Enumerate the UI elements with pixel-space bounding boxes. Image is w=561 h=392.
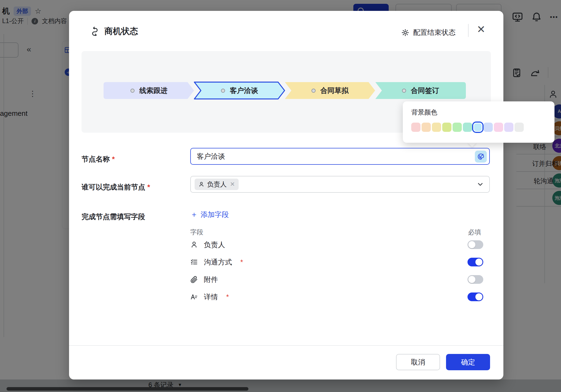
node-name-input[interactable]: 客户洽谈 bbox=[190, 148, 490, 165]
configure-end-status-label: 配置结束状态 bbox=[413, 28, 456, 37]
confirm-button[interactable]: 确定 bbox=[446, 354, 490, 370]
stage-lead-follow-up[interactable]: 线索跟进 bbox=[103, 82, 195, 99]
required-asterisk: * bbox=[112, 155, 115, 163]
divider bbox=[468, 24, 469, 37]
add-field-button[interactable]: ＋ 添加字段 bbox=[190, 209, 229, 220]
color-swatch[interactable] bbox=[473, 123, 482, 132]
node-name-label: 节点名称* bbox=[82, 154, 115, 164]
node-name-value: 客户洽谈 bbox=[197, 152, 225, 161]
color-swatch[interactable] bbox=[463, 123, 472, 132]
add-field-label: 添加字段 bbox=[201, 210, 229, 219]
required-asterisk: * bbox=[240, 258, 243, 266]
plus-icon: ＋ bbox=[190, 209, 198, 220]
owner-tag-label: 负责人 bbox=[207, 180, 227, 189]
required-asterisk: * bbox=[147, 183, 150, 191]
stage-pipeline: 线索跟进 客户洽谈 合同草拟 合同签订 bbox=[103, 82, 467, 99]
color-swatch[interactable] bbox=[504, 123, 513, 132]
chevron-down-icon bbox=[477, 181, 484, 188]
stage-label: 线索跟进 bbox=[139, 86, 168, 95]
field-row-owner: 负责人 bbox=[190, 239, 490, 250]
stage-label: 客户洽谈 bbox=[230, 86, 258, 95]
color-swatch[interactable] bbox=[411, 123, 420, 132]
color-swatch[interactable] bbox=[453, 123, 462, 132]
palette-icon bbox=[477, 153, 485, 160]
close-icon[interactable]: ✕ bbox=[474, 22, 488, 36]
field-row-attachment: 附件 bbox=[190, 274, 490, 285]
color-swatch[interactable] bbox=[422, 123, 431, 132]
required-asterisk: * bbox=[226, 293, 229, 301]
required-toggle[interactable] bbox=[467, 293, 483, 301]
required-toggle[interactable] bbox=[467, 258, 483, 266]
dialog-title-row: 商机状态 bbox=[90, 26, 138, 37]
color-swatch[interactable] bbox=[442, 123, 451, 132]
fields-section-label: 完成节点需填写字段 bbox=[82, 212, 145, 222]
color-swatch[interactable] bbox=[494, 123, 503, 132]
field-row-communication: 沟通方式 * bbox=[190, 257, 490, 267]
popover-title: 背景颜色 bbox=[411, 108, 437, 117]
stage-dot-icon bbox=[130, 89, 135, 93]
column-header-field: 字段 bbox=[190, 228, 203, 237]
configure-end-status-button[interactable]: 配置结束状态 bbox=[401, 28, 456, 37]
stage-dot-icon bbox=[402, 89, 406, 93]
required-toggle[interactable] bbox=[467, 275, 483, 284]
color-palette-button[interactable] bbox=[475, 151, 487, 163]
column-header-required: 必填 bbox=[468, 228, 481, 237]
background-color-popover: 背景颜色 bbox=[403, 101, 554, 143]
stage-label: 合同签订 bbox=[411, 86, 439, 95]
stage-contract-signing[interactable]: 合同签订 bbox=[374, 82, 467, 99]
dialog-title: 商机状态 bbox=[104, 26, 138, 37]
color-swatch[interactable] bbox=[432, 123, 441, 132]
stage-dot-icon bbox=[311, 89, 316, 93]
stage-contract-drafting[interactable]: 合同草拟 bbox=[284, 82, 376, 99]
field-label: 附件 bbox=[204, 275, 218, 284]
checklist-icon bbox=[190, 258, 198, 266]
person-icon bbox=[198, 181, 204, 187]
color-swatch-row bbox=[411, 123, 524, 132]
who-can-complete-select[interactable]: 负责人 ✕ bbox=[190, 176, 490, 193]
owner-tag[interactable]: 负责人 ✕ bbox=[195, 179, 239, 190]
remove-tag-icon[interactable]: ✕ bbox=[230, 181, 235, 188]
workflow-icon bbox=[90, 27, 99, 36]
stage-customer-negotiation[interactable]: 客户洽谈 bbox=[193, 82, 286, 99]
cancel-button[interactable]: 取消 bbox=[396, 354, 440, 370]
field-label: 详情 bbox=[204, 292, 218, 302]
person-icon bbox=[190, 241, 198, 248]
text-detail-icon bbox=[190, 293, 198, 301]
stage-label: 合同草拟 bbox=[320, 86, 349, 95]
field-label: 负责人 bbox=[204, 240, 225, 250]
paperclip-icon bbox=[190, 276, 198, 283]
stage-dot-icon bbox=[221, 89, 225, 93]
color-swatch[interactable] bbox=[515, 123, 524, 132]
required-toggle[interactable] bbox=[467, 240, 483, 249]
color-swatch[interactable] bbox=[484, 123, 493, 132]
who-can-complete-label: 谁可以完成当前节点* bbox=[82, 182, 150, 192]
field-label: 沟通方式 bbox=[204, 257, 232, 267]
gear-icon bbox=[401, 29, 409, 37]
status-config-dialog: 商机状态 配置结束状态 ✕ 线索跟进 客户洽谈 合同草拟 合同签订 节点名称* bbox=[69, 11, 503, 379]
footer-divider bbox=[69, 345, 503, 346]
field-row-detail: 详情 * bbox=[190, 291, 490, 302]
